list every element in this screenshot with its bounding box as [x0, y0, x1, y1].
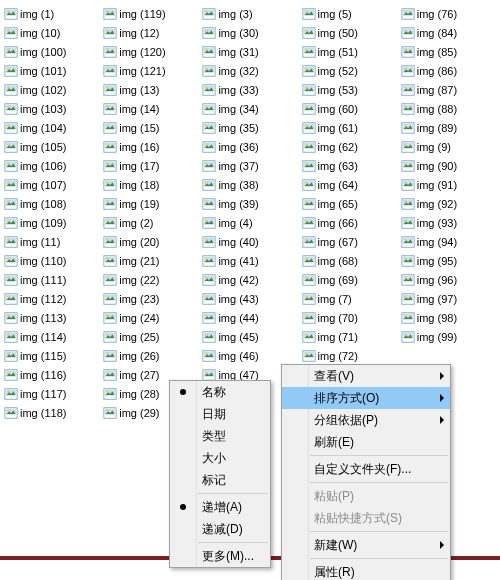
file-item[interactable]: img (91): [399, 175, 498, 194]
file-item[interactable]: img (104): [2, 118, 101, 137]
file-item[interactable]: img (65): [300, 194, 399, 213]
file-item[interactable]: img (113): [2, 308, 101, 327]
menu-properties[interactable]: 属性(R): [282, 561, 450, 580]
file-item[interactable]: img (18): [101, 175, 200, 194]
file-item[interactable]: img (86): [399, 61, 498, 80]
file-item[interactable]: img (101): [2, 61, 101, 80]
file-item[interactable]: img (33): [200, 80, 299, 99]
file-item[interactable]: img (38): [200, 175, 299, 194]
file-item[interactable]: img (121): [101, 61, 200, 80]
file-item[interactable]: img (36): [200, 137, 299, 156]
menu-customize-folder[interactable]: 自定义文件夹(F)...: [282, 458, 450, 480]
file-item[interactable]: img (50): [300, 23, 399, 42]
file-item[interactable]: img (23): [101, 289, 200, 308]
file-item[interactable]: img (94): [399, 232, 498, 251]
file-item[interactable]: img (119): [101, 4, 200, 23]
file-item[interactable]: img (44): [200, 308, 299, 327]
file-item[interactable]: img (102): [2, 80, 101, 99]
file-item[interactable]: img (109): [2, 213, 101, 232]
file-item[interactable]: img (41): [200, 251, 299, 270]
file-item[interactable]: img (99): [399, 327, 498, 346]
file-item[interactable]: img (116): [2, 365, 101, 384]
file-item[interactable]: img (1): [2, 4, 101, 23]
file-item[interactable]: img (20): [101, 232, 200, 251]
sort-more[interactable]: 更多(M)...: [170, 545, 270, 567]
file-item[interactable]: img (120): [101, 42, 200, 61]
file-item[interactable]: img (97): [399, 289, 498, 308]
file-item[interactable]: img (17): [101, 156, 200, 175]
file-item[interactable]: img (62): [300, 137, 399, 156]
file-item[interactable]: img (39): [200, 194, 299, 213]
file-item[interactable]: img (63): [300, 156, 399, 175]
file-item[interactable]: img (90): [399, 156, 498, 175]
file-item[interactable]: img (42): [200, 270, 299, 289]
file-item[interactable]: img (15): [101, 118, 200, 137]
file-item[interactable]: img (40): [200, 232, 299, 251]
file-item[interactable]: img (34): [200, 99, 299, 118]
sort-descending[interactable]: 递减(D): [170, 518, 270, 540]
file-item[interactable]: img (21): [101, 251, 200, 270]
file-item[interactable]: img (53): [300, 80, 399, 99]
file-item[interactable]: img (12): [101, 23, 200, 42]
menu-view[interactable]: 查看(V): [282, 365, 450, 387]
file-item[interactable]: img (110): [2, 251, 101, 270]
file-item[interactable]: img (52): [300, 61, 399, 80]
file-item[interactable]: img (115): [2, 346, 101, 365]
file-item[interactable]: img (76): [399, 4, 498, 23]
file-item[interactable]: img (37): [200, 156, 299, 175]
file-item[interactable]: img (32): [200, 61, 299, 80]
file-item[interactable]: img (11): [2, 232, 101, 251]
file-item[interactable]: img (9): [399, 137, 498, 156]
file-item[interactable]: img (72): [300, 346, 399, 365]
file-item[interactable]: img (64): [300, 175, 399, 194]
sort-size[interactable]: 大小: [170, 447, 270, 469]
file-item[interactable]: img (26): [101, 346, 200, 365]
file-item[interactable]: img (19): [101, 194, 200, 213]
sort-tags[interactable]: 标记: [170, 469, 270, 491]
menu-sort[interactable]: 排序方式(O): [282, 387, 450, 409]
file-item[interactable]: img (69): [300, 270, 399, 289]
menu-new[interactable]: 新建(W): [282, 534, 450, 556]
file-item[interactable]: img (117): [2, 384, 101, 403]
file-item[interactable]: img (103): [2, 99, 101, 118]
file-item[interactable]: img (45): [200, 327, 299, 346]
file-item[interactable]: img (46): [200, 346, 299, 365]
file-item[interactable]: img (10): [2, 23, 101, 42]
file-item[interactable]: img (67): [300, 232, 399, 251]
file-item[interactable]: img (24): [101, 308, 200, 327]
file-item[interactable]: img (107): [2, 175, 101, 194]
file-item[interactable]: img (92): [399, 194, 498, 213]
file-item[interactable]: img (61): [300, 118, 399, 137]
file-item[interactable]: img (88): [399, 99, 498, 118]
sort-date[interactable]: 日期: [170, 403, 270, 425]
file-item[interactable]: img (96): [399, 270, 498, 289]
file-item[interactable]: img (16): [101, 137, 200, 156]
file-item[interactable]: img (2): [101, 213, 200, 232]
file-item[interactable]: img (13): [101, 80, 200, 99]
file-item[interactable]: img (95): [399, 251, 498, 270]
file-item[interactable]: img (111): [2, 270, 101, 289]
file-item[interactable]: img (14): [101, 99, 200, 118]
file-item[interactable]: img (31): [200, 42, 299, 61]
file-item[interactable]: img (118): [2, 403, 101, 422]
sort-type[interactable]: 类型: [170, 425, 270, 447]
file-item[interactable]: img (43): [200, 289, 299, 308]
file-item[interactable]: img (89): [399, 118, 498, 137]
file-item[interactable]: img (66): [300, 213, 399, 232]
file-item[interactable]: img (112): [2, 289, 101, 308]
menu-refresh[interactable]: 刷新(E): [282, 431, 450, 453]
file-item[interactable]: img (106): [2, 156, 101, 175]
sort-name[interactable]: 名称: [170, 381, 270, 403]
file-item[interactable]: img (5): [300, 4, 399, 23]
file-item[interactable]: img (84): [399, 23, 498, 42]
file-item[interactable]: img (51): [300, 42, 399, 61]
file-item[interactable]: img (85): [399, 42, 498, 61]
file-item[interactable]: img (60): [300, 99, 399, 118]
file-item[interactable]: img (70): [300, 308, 399, 327]
file-item[interactable]: img (71): [300, 327, 399, 346]
file-item[interactable]: img (87): [399, 80, 498, 99]
file-item[interactable]: img (30): [200, 23, 299, 42]
file-item[interactable]: img (7): [300, 289, 399, 308]
file-item[interactable]: img (4): [200, 213, 299, 232]
sort-ascending[interactable]: 递增(A): [170, 496, 270, 518]
